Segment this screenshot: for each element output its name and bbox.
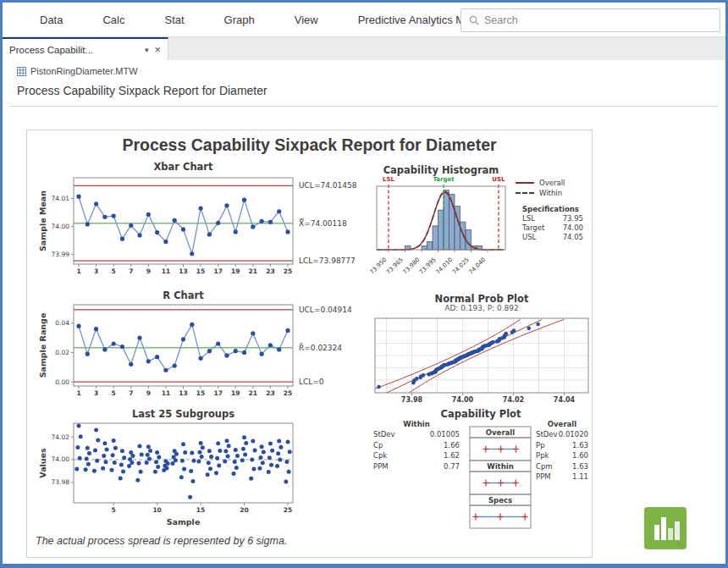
svg-text:3: 3 [94,267,98,275]
svg-text:Values: Values [38,448,47,478]
svg-text:74.00: 74.00 [52,455,70,463]
tab-close-icon[interactable]: × [154,45,161,54]
stat-row: PPM0.77 [373,462,460,473]
svg-text:Overall: Overall [486,428,515,437]
svg-text:5: 5 [112,267,116,275]
svg-text:15: 15 [196,267,205,275]
svg-text:0.02: 0.02 [55,349,69,356]
svg-text:19: 19 [231,389,240,397]
svg-text:74.040: 74.040 [467,256,487,276]
menu-stat[interactable]: Stat [164,14,184,26]
svg-text:73.99: 73.99 [52,251,70,258]
svg-text:7: 7 [129,389,133,397]
svg-text:10: 10 [152,506,161,514]
minitab-app-icon[interactable] [643,506,687,550]
svg-text:74.00: 74.00 [452,396,474,404]
worksheet-name: PistonRingDiameter.MTW [30,66,138,76]
legend-overall-label: Overall [539,179,565,187]
legend-within-label: Within [539,189,562,197]
menu-data[interactable]: Data [40,14,63,26]
overall-line-sample [516,182,534,184]
svg-text:25: 25 [284,389,292,397]
svg-text:73.995: 73.995 [418,256,438,276]
report-title: Process Capability Sixpack Report for Di… [27,135,592,155]
svg-text:Sample: Sample [167,517,201,527]
svg-text:23: 23 [266,389,274,397]
xbar-chart-panel: Xbar Chart 73.9974.0074.0113579111315171… [36,161,391,288]
r-chart-panel: R Chart 0.000.020.0413579111315171921232… [36,290,391,408]
menu-bar: Data Calc Stat Graph View Predictive Ana… [3,3,725,36]
svg-text:11: 11 [162,267,170,275]
within-line-sample [516,192,534,194]
histogram-legend: Overall Within Specifications LSL73.95Ta… [516,178,590,242]
svg-text:74.00: 74.00 [52,223,70,230]
r-chart: 0.000.020.04135791113151719212325UCL=0.0… [36,290,391,408]
svg-text:7: 7 [129,267,133,275]
svg-text:25: 25 [284,267,292,275]
svg-text:19: 19 [231,267,240,275]
svg-text:73.950: 73.950 [370,256,388,276]
search-input[interactable]: Search [461,8,720,32]
specifications-title: Specifications [522,205,590,213]
svg-text:LCL=73.98777: LCL=73.98777 [299,256,356,265]
svg-text:5: 5 [112,389,116,397]
svg-text:Sample Range: Sample Range [38,313,47,378]
tab-label: Process Capabilit... [9,45,141,55]
svg-text:5: 5 [112,506,116,514]
page-title: Process Capability Sixpack Report for Di… [17,84,267,97]
svg-text:Target: Target [433,176,455,183]
svg-text:74.025: 74.025 [451,256,471,276]
normal-prob-plot-chart: 73.9874.0074.0274.04 [370,293,592,405]
capability-plot-panel: Capability Plot OverallWithinSpecs Withi… [370,408,592,533]
capability-histogram-panel: Capability Histogram LSLTargetUSL73.9507… [370,164,592,290]
svg-text:R̄=0.02324: R̄=0.02324 [299,343,342,352]
normal-prob-plot-panel: Normal Prob Plot AD: 0.193, P: 0.892 73.… [370,293,592,405]
report-footnote: The actual process spread is represented… [36,535,287,547]
menu-graph[interactable]: Graph [224,14,255,26]
tab-dropdown-icon[interactable]: ▾ [145,46,149,54]
last-25-subgroups-panel: Last 25 Subgroups 73.9874.0074.025101520… [36,408,391,535]
app-window: Data Calc Stat Graph View Predictive Ana… [0,0,728,568]
divider [9,106,719,107]
menu-view[interactable]: View [295,14,318,26]
tab-bar: Process Capabilit... ▾ × [3,36,725,61]
svg-text:1: 1 [76,267,80,275]
svg-text:21: 21 [249,267,257,275]
spec-row: USL74.05 [522,233,583,242]
menu-calc[interactable]: Calc [102,14,124,26]
svg-text:13: 13 [179,267,187,275]
svg-text:17: 17 [213,267,222,275]
svg-text:73.98: 73.98 [52,478,70,486]
svg-text:9: 9 [146,389,151,397]
worksheet-row[interactable]: PistonRingDiameter.MTW [17,66,138,76]
stat-row: PPM1.11 [536,472,588,483]
svg-text:74.02: 74.02 [52,433,70,441]
xbar-chart: 73.9974.0074.01135791113151719212325UCL=… [36,161,391,288]
svg-text:15: 15 [196,389,205,397]
spec-row: LSL73.95 [522,214,583,223]
svg-text:Sample Mean: Sample Mean [38,190,47,251]
svg-text:Within: Within [487,462,513,471]
svg-text:0.04: 0.04 [55,319,69,327]
search-placeholder: Search [484,14,518,26]
svg-text:20: 20 [240,506,248,514]
svg-text:23: 23 [266,267,274,275]
report-card: Process Capability Sixpack Report for Di… [26,130,593,558]
within-stats-header: Within [373,420,460,428]
svg-text:13: 13 [179,389,187,397]
stat-row: Cpk1.62 [373,451,460,462]
output-pane: PistonRingDiameter.MTW Process Capabilit… [3,60,725,564]
overall-stats: Overall StDev0.01020Pp1.63Ppk1.60Cpm1.63… [536,420,588,483]
stat-row: Pp1.63 [536,441,588,452]
svg-text:73.965: 73.965 [385,256,405,276]
specifications-table: LSL73.95Target74.00USL74.05 [516,214,590,242]
svg-text:UCL=0.04914: UCL=0.04914 [299,306,352,314]
svg-text:LSL: LSL [383,176,395,183]
last-25-subgroups-chart: 73.9874.0074.02510152025SampleValues [36,408,391,535]
stat-row: Ppk1.60 [536,451,588,462]
svg-text:Specs: Specs [488,496,512,505]
svg-text:74.02: 74.02 [503,396,524,404]
svg-text:X̿=74.00118: X̿=74.00118 [299,218,347,228]
tab-process-capability[interactable]: Process Capabilit... ▾ × [3,37,168,60]
svg-text:1: 1 [76,389,80,397]
